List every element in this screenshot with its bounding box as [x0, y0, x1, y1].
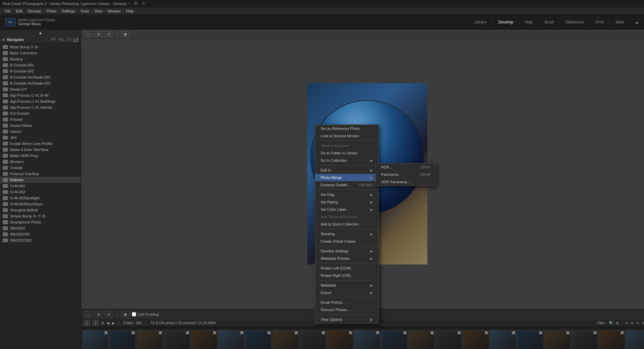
film-thumb[interactable]: 3 [544, 330, 571, 349]
date-selector[interactable]: ▣ [121, 311, 129, 317]
film-thumb[interactable]: 3 [409, 330, 435, 349]
compare-btn[interactable]: ⊟ [105, 311, 112, 317]
panel-top-arrow[interactable]: ▲ [0, 30, 81, 36]
preset-item[interactable]: Basilica [0, 56, 81, 62]
menu-view[interactable]: View [92, 8, 105, 14]
menu-develop[interactable]: Develop [25, 8, 44, 14]
film-thumb[interactable]: 4 [354, 330, 380, 349]
preset-item[interactable]: Shanghai AirBnB [0, 207, 81, 213]
menu-window[interactable]: Window [105, 8, 123, 14]
menu-edit[interactable]: Edit [13, 8, 25, 14]
ctx-go-collection[interactable]: Go to Collection ▶ [315, 157, 378, 164]
module-print[interactable]: Print [590, 18, 609, 26]
filter-icon-1[interactable]: 🔍 [609, 321, 613, 325]
preset-item[interactable]: B-Outside-NoShade-002 [0, 80, 81, 86]
cloud-icon[interactable]: ☁ [635, 20, 639, 24]
film-thumb[interactable]: 3 [572, 330, 598, 349]
preset-item[interactable]: Outside [0, 165, 81, 171]
preset-item[interactable]: SMJ020785 [0, 231, 81, 237]
ctx-develop-settings[interactable]: Develop Settings ▶ [315, 247, 378, 255]
view-mode-btn-2[interactable]: ⊞ [95, 31, 102, 37]
preset-item[interactable]: Meike 6.5mm SkinTone [0, 147, 81, 153]
ctx-virtual-copies[interactable]: Create Virtual Copies [315, 238, 378, 245]
preset-item[interactable]: Montero [0, 159, 81, 165]
filter-icon-2[interactable]: ⊞ [616, 321, 619, 325]
ctx-metadata[interactable]: Metadata ▶ [315, 282, 378, 289]
preset-item[interactable]: Basic Bump Y- B- [0, 44, 81, 50]
preset-item[interactable]: DJI Outside [0, 110, 81, 116]
page-btn-1[interactable]: 1 [84, 320, 90, 326]
preset-item[interactable]: digi-Process C-41 B+W [0, 92, 81, 98]
menu-file[interactable]: File [2, 8, 13, 14]
module-library[interactable]: Library [469, 18, 492, 26]
preset-item[interactable]: digi-Process C-41 Buildings [0, 98, 81, 104]
star-4[interactable]: ★ [642, 321, 644, 325]
menu-tools[interactable]: Tools [78, 8, 92, 14]
ctx-rotate-right[interactable]: Rotate Right (CW) [315, 272, 378, 279]
preset-item[interactable]: Rokinon [0, 177, 81, 183]
submenu-hdr[interactable]: HDR... Ctrl+H [376, 163, 435, 171]
ctx-go-folder[interactable]: Go to Folder in Library [315, 149, 378, 157]
preset-item[interactable]: SMJ0207002 [0, 237, 81, 243]
ctx-set-reference[interactable]: Set as Reference Photo [315, 125, 378, 132]
film-thumb[interactable]: 3 [381, 330, 408, 349]
prev-photo-btn[interactable]: ◀ [107, 321, 109, 325]
nav-1-4[interactable]: 1:4 [73, 38, 78, 42]
film-thumb[interactable]: 3 [164, 330, 190, 349]
view-mode-btn-1[interactable]: ▭ [85, 31, 92, 37]
preset-item[interactable]: B-Outside-002 [0, 68, 81, 74]
ctx-set-rating[interactable]: Set Rating ▶ [315, 198, 378, 206]
restore-button[interactable]: ⧠ [134, 1, 139, 6]
close-button[interactable]: ✕ [141, 1, 146, 6]
ctx-lock-monitor[interactable]: Lock to Second Monitor [315, 132, 378, 140]
star-3[interactable]: ★ [636, 321, 639, 325]
module-develop[interactable]: Develop [493, 18, 519, 26]
film-thumb[interactable]: 3 [463, 330, 489, 349]
film-thumb[interactable]: 3 [110, 330, 136, 349]
minimize-button[interactable]: ─ [126, 1, 131, 6]
page-btn-2[interactable]: 2 [93, 320, 99, 326]
preset-item[interactable]: Basic Correction [0, 50, 81, 56]
star-1[interactable]: ★ [625, 321, 628, 325]
ctx-set-flag[interactable]: Set Flag ▶ [315, 191, 378, 198]
module-web[interactable]: Web [610, 18, 629, 26]
soft-proofing-checkbox[interactable] [132, 312, 136, 316]
film-thumb[interactable]: 3 [436, 330, 462, 349]
film-thumb[interactable]: 3 [191, 330, 217, 349]
grid-btn[interactable]: ⊞ [95, 311, 102, 317]
ctx-set-color-label[interactable]: Set Color Label ▶ [315, 206, 378, 213]
submenu-panorama[interactable]: Panorama... Ctrl+M [376, 171, 435, 178]
preset-item[interactable]: Simple Bump O- Y- B- [0, 213, 81, 219]
ctx-edit-in[interactable]: Edit In ▶ [315, 166, 378, 174]
grid-view-btn[interactable]: ⊞ [101, 321, 104, 325]
preset-item[interactable]: Desat-C/Y [0, 86, 81, 92]
preset-item[interactable]: B-Outside-001 [0, 62, 81, 68]
film-thumb[interactable]: 3 [517, 330, 543, 349]
menu-settings[interactable]: Settings [59, 8, 78, 14]
film-thumb[interactable]: 3 [626, 330, 644, 349]
preset-item[interactable]: SMJ0207 [0, 225, 81, 231]
menu-help[interactable]: Help [123, 8, 137, 14]
film-thumb[interactable]: 3 [273, 330, 299, 349]
preset-item[interactable]: Smartphone Photo [0, 219, 81, 225]
ctx-photo-merge[interactable]: Photo Merge ▶ [315, 174, 378, 181]
ctx-add-quick[interactable]: Add to Quick Collection [315, 220, 378, 228]
module-map[interactable]: Map [520, 18, 538, 26]
ctx-stacking[interactable]: Stacking ▶ [315, 230, 378, 238]
preset-item[interactable]: Finisher [0, 116, 81, 122]
film-thumb[interactable]: 4 [300, 330, 326, 349]
view-loupe-btn[interactable]: ▭ [85, 311, 92, 317]
module-book[interactable]: Book [539, 18, 559, 26]
star-2[interactable]: ★ [631, 321, 634, 325]
preset-item[interactable]: Green/Yellow [0, 122, 81, 129]
ctx-view-options[interactable]: View Options ▶ [315, 316, 378, 323]
preset-item[interactable]: Meike HDR-Prep [0, 153, 81, 159]
preset-item[interactable]: S+M-001 [0, 183, 81, 189]
ctx-remove-photos[interactable]: Remove Photos... [315, 306, 378, 313]
film-thumb[interactable]: 3 [246, 330, 272, 349]
menu-photo[interactable]: Photo [44, 8, 59, 14]
submenu-hdr-panorama[interactable]: HDR Panorama... [376, 178, 435, 186]
film-thumb[interactable]: 3 [327, 330, 353, 349]
preset-item[interactable]: B-Outside-NoShade-001 [0, 74, 81, 80]
nav-1-1[interactable]: 1:1 [67, 38, 71, 42]
